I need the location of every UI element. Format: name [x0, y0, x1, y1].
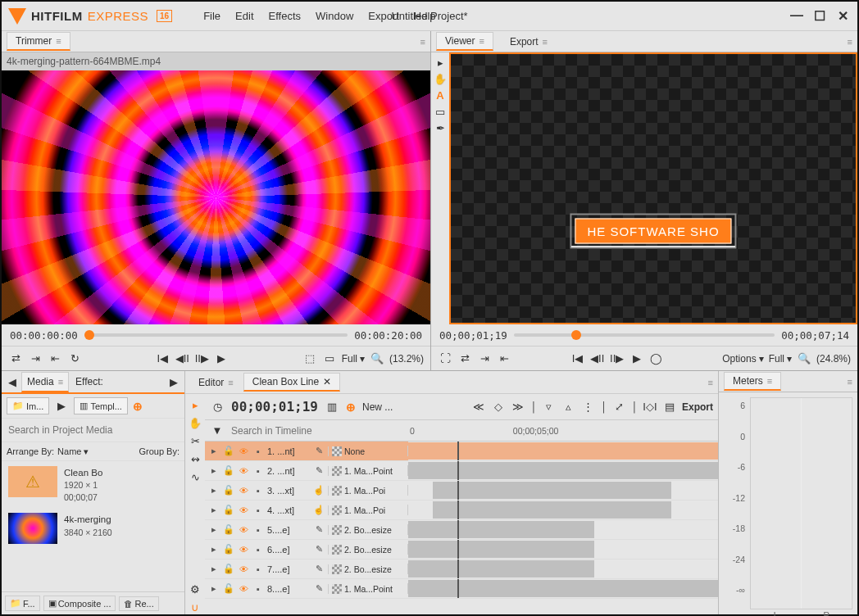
- track-lane[interactable]: [408, 500, 718, 519]
- eye-icon[interactable]: 👁: [238, 505, 249, 515]
- media-tab[interactable]: Media≡: [21, 372, 69, 392]
- solo-icon[interactable]: ▪: [252, 525, 264, 535]
- lock-icon[interactable]: 🔓: [223, 505, 234, 515]
- expand-icon[interactable]: ▸: [208, 583, 220, 594]
- track-row[interactable]: ▸ 🔓 👁 ▪ 6....e] ✎ 2. Bo...esize: [205, 540, 718, 559]
- text-tool-icon[interactable]: A: [434, 88, 447, 102]
- fit-icon[interactable]: ⛶: [438, 351, 452, 366]
- timeline-ruler[interactable]: 000;00;05;00: [393, 426, 713, 436]
- composite-tab[interactable]: Clean Box Line ✕: [243, 373, 340, 392]
- panel-menu-icon[interactable]: ≡: [848, 37, 852, 47]
- close-tab-icon[interactable]: ✕: [323, 376, 331, 387]
- solo-icon[interactable]: ▪: [252, 486, 264, 496]
- zoom-icon[interactable]: 🔍: [370, 351, 384, 366]
- import-button[interactable]: 📁 Im...: [7, 397, 49, 414]
- eye-icon[interactable]: 👁: [238, 584, 249, 594]
- panel-prev-icon[interactable]: ◀: [5, 374, 20, 389]
- timeline-search-input[interactable]: [231, 425, 387, 437]
- hand-tool-icon[interactable]: ✋: [434, 72, 447, 85]
- eye-icon[interactable]: 👁: [238, 525, 249, 535]
- expand-icon[interactable]: ▸: [208, 544, 220, 555]
- chevron-right-icon[interactable]: ▶: [54, 399, 69, 414]
- solo-icon[interactable]: ▪: [252, 564, 264, 574]
- close-button[interactable]: ✕: [834, 8, 851, 24]
- lock-icon[interactable]: 🔓: [223, 564, 234, 574]
- panel-menu-icon[interactable]: ≡: [420, 37, 425, 47]
- resolution-dropdown[interactable]: Full ▾: [769, 353, 792, 365]
- effects-tab[interactable]: Effect:: [70, 373, 108, 391]
- slip-tool-icon[interactable]: ↭: [188, 451, 202, 466]
- lock-icon[interactable]: 🔓: [223, 544, 234, 555]
- step-fwd-icon[interactable]: II▶: [194, 351, 209, 366]
- lock-icon[interactable]: 🔓: [223, 524, 234, 535]
- marker2-icon[interactable]: ▵: [561, 400, 576, 414]
- editor-timecode[interactable]: 00;00;01;19: [231, 399, 318, 414]
- composite-button[interactable]: ▣ Composite ...: [43, 596, 116, 611]
- panel-next-icon[interactable]: ▶: [166, 374, 181, 389]
- pencil-icon[interactable]: ✎: [313, 544, 325, 555]
- pencil-icon[interactable]: ✎: [313, 446, 325, 456]
- new-button[interactable]: New ...: [362, 401, 393, 413]
- remove-button[interactable]: 🗑 Re...: [119, 596, 158, 611]
- step-back-icon[interactable]: ◀II: [175, 351, 189, 366]
- kf-icon[interactable]: ◇: [491, 400, 506, 414]
- play-icon[interactable]: ▶: [629, 351, 644, 366]
- track-row[interactable]: ▸ 🔓 👁 ▪ 7....e] ✎ 2. Bo...esize: [205, 559, 718, 579]
- pen-tool-icon[interactable]: ✒: [434, 121, 447, 134]
- prev-kf-icon[interactable]: ≪: [471, 400, 486, 414]
- out-icon[interactable]: ⇤: [48, 351, 62, 366]
- viewer-text-overlay[interactable]: HE SOFTWARE SHO: [575, 219, 731, 244]
- hand-icon[interactable]: ☝: [313, 505, 325, 515]
- mark-icon[interactable]: ↻: [67, 351, 82, 366]
- track-row[interactable]: ▸ 🔓 👁 ▪ 5....e] ✎ 2. Bo...esize: [205, 520, 718, 540]
- track-row[interactable]: ▸ 🔓 👁 ▪ 3. ...xt] ☝ 1. Ma...Poi: [205, 481, 718, 500]
- track-row[interactable]: ▸ 🔓 👁 ▪ 4. ...xt] ☝ 1. Ma...Poi: [205, 500, 718, 520]
- track-opts-icon[interactable]: ⋮: [581, 400, 596, 414]
- marker-icon[interactable]: ▿: [542, 400, 557, 414]
- track-lane[interactable]: [408, 461, 718, 480]
- next-kf-icon[interactable]: ≫: [511, 400, 525, 414]
- solo-icon[interactable]: ▪: [252, 584, 264, 594]
- export-queue-icon[interactable]: ▤: [662, 400, 677, 414]
- menu-effects[interactable]: Effects: [262, 7, 308, 25]
- viewer-scrubber[interactable]: [514, 333, 775, 337]
- panel-menu-icon[interactable]: ≡: [848, 377, 852, 387]
- expand-icon[interactable]: ▸: [208, 505, 220, 515]
- track-lane[interactable]: [408, 481, 718, 500]
- eye-icon[interactable]: 👁: [238, 446, 249, 456]
- track-row[interactable]: ▸ 🔓 👁 ▪ 8....e] ✎ 1. Ma...Point: [205, 579, 718, 599]
- templates-button[interactable]: ▥ Templ...: [74, 397, 128, 414]
- filter-icon[interactable]: ▼: [210, 424, 225, 438]
- solo-icon[interactable]: ▪: [252, 466, 264, 476]
- solo-icon[interactable]: ▪: [252, 545, 264, 555]
- lock-icon[interactable]: 🔓: [223, 485, 234, 496]
- out-icon[interactable]: ⇤: [497, 351, 511, 366]
- play-icon[interactable]: ▶: [214, 351, 229, 366]
- loop-icon[interactable]: ⇄: [457, 351, 472, 366]
- pencil-icon[interactable]: ✎: [313, 564, 325, 574]
- track-lane[interactable]: [408, 442, 718, 460]
- media-search-input[interactable]: [8, 424, 178, 436]
- eye-icon[interactable]: 👁: [238, 466, 249, 476]
- loop-icon[interactable]: ⇄: [8, 351, 23, 366]
- rect-tool-icon[interactable]: ▭: [434, 105, 447, 118]
- track-lane[interactable]: [408, 579, 718, 598]
- zoom-icon[interactable]: 🔍: [797, 351, 811, 366]
- track-lane[interactable]: [408, 559, 718, 578]
- trimmer-zoom[interactable]: (13.2%): [389, 353, 424, 365]
- export-button[interactable]: Export: [682, 401, 713, 413]
- media-item[interactable]: 4k-merging 3840 × 2160: [2, 508, 184, 549]
- lock-icon[interactable]: 🔓: [223, 465, 234, 476]
- export-tab[interactable]: Export≡: [502, 34, 556, 50]
- menu-window[interactable]: Window: [309, 7, 360, 25]
- step-fwd-icon[interactable]: II▶: [610, 351, 625, 366]
- expand-icon[interactable]: ▸: [208, 564, 220, 574]
- lock-icon[interactable]: 🔓: [223, 446, 234, 456]
- add-icon[interactable]: ⊕: [346, 401, 356, 414]
- media-item[interactable]: Clean Bo 1920 × 1 00;00;07: [2, 461, 184, 508]
- solo-icon[interactable]: ▪: [252, 446, 264, 456]
- track-lane[interactable]: [408, 520, 718, 539]
- maximize-button[interactable]: ☐: [811, 8, 828, 24]
- hand-tool-icon[interactable]: ✋: [188, 415, 202, 430]
- viewer-zoom[interactable]: (24.8%): [816, 353, 851, 365]
